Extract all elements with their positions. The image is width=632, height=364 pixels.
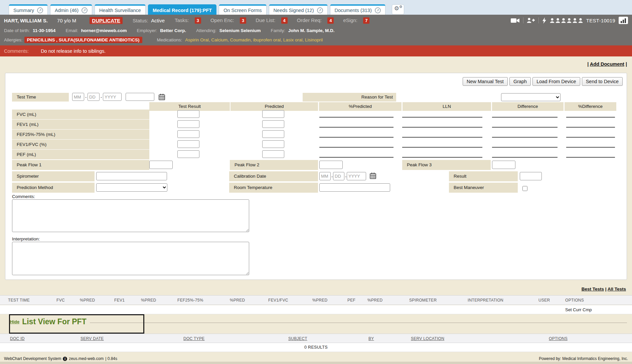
comments-label: Comments: bbox=[4, 48, 29, 54]
popout-icon[interactable]: ↗ bbox=[82, 7, 88, 13]
fev1-fvc-test-result-input[interactable] bbox=[177, 140, 199, 148]
peak-flow-2-input[interactable] bbox=[319, 161, 343, 169]
col-pred-3: %PRED bbox=[230, 296, 245, 305]
col-serv-location[interactable]: SERV LOCATION bbox=[411, 334, 444, 343]
col-by[interactable]: BY bbox=[368, 334, 374, 343]
list-view-title: List View For PFT bbox=[22, 317, 87, 326]
popout-icon[interactable]: ↗ bbox=[37, 7, 43, 13]
pipe: | bbox=[626, 61, 627, 67]
col-doc-type[interactable]: DOC TYPE bbox=[183, 334, 205, 343]
email-label: Email: bbox=[65, 28, 78, 33]
peak-flow-3-input[interactable] bbox=[492, 161, 515, 169]
settings-gear-button[interactable]: ⚙ ⚙ bbox=[392, 4, 404, 15]
open-enc-label: Open Enc: bbox=[210, 17, 234, 23]
calendar-icon[interactable] bbox=[369, 172, 376, 179]
new-manual-test-button[interactable]: New Manual Test bbox=[463, 77, 508, 86]
add-person-icon[interactable] bbox=[527, 18, 535, 23]
info-icon[interactable] bbox=[63, 357, 67, 361]
pct-predicted-line bbox=[319, 117, 393, 118]
room-temperature-input[interactable] bbox=[319, 183, 390, 192]
tab-on-screen-forms[interactable]: On Screen Forms bbox=[219, 4, 266, 15]
test-time-year-input[interactable] bbox=[103, 93, 122, 101]
add-document-link[interactable]: Add Document bbox=[590, 61, 624, 67]
tab-needs-signed[interactable]: Needs Signed (12) ↗ bbox=[269, 4, 328, 15]
lightning-icon[interactable] bbox=[542, 17, 546, 24]
col-doc-options[interactable]: OPTIONS bbox=[549, 334, 568, 343]
result-input[interactable] bbox=[520, 172, 542, 180]
hide-list-view-link[interactable]: Hide bbox=[10, 319, 19, 324]
all-tests-link[interactable]: All Tests bbox=[608, 287, 626, 292]
col-spirometer: SPIROMETER bbox=[409, 296, 437, 305]
col-pred-4: %PRED bbox=[312, 296, 328, 305]
tasks-label: Tasks: bbox=[175, 17, 189, 23]
fev1-test-result-input[interactable] bbox=[177, 120, 199, 128]
fev1-fvc-predicted-input[interactable] bbox=[262, 140, 284, 148]
send-to-device-button[interactable]: Send to Device bbox=[582, 77, 623, 86]
col-fev1-fvc: FEV1/FVC bbox=[268, 296, 288, 305]
tab-summary[interactable]: Summary ↗ bbox=[9, 4, 48, 15]
load-from-device-button[interactable]: Load From Device bbox=[532, 77, 580, 86]
interpretation-textarea[interactable] bbox=[12, 242, 249, 275]
order-req-label: Order Req: bbox=[297, 17, 322, 23]
row-label: FEV1/FVC (%) bbox=[12, 140, 149, 149]
cmp-link[interactable]: Cmp bbox=[583, 307, 592, 312]
set-curr-link[interactable]: Set Curr bbox=[565, 307, 581, 312]
allergies-value[interactable]: PENICILLINS , SULFA(SULFONAMIDE ANTIBIOT… bbox=[24, 37, 142, 43]
fef-predicted-input[interactable] bbox=[262, 130, 284, 138]
fef-test-result-input[interactable] bbox=[177, 130, 199, 138]
tab-health-surveillance[interactable]: Health Surveillance bbox=[95, 4, 146, 15]
due-list-count-badge[interactable]: 4 bbox=[281, 17, 288, 24]
patient-group-icons[interactable] bbox=[550, 18, 583, 23]
pef-test-result-input[interactable] bbox=[177, 150, 199, 158]
calibration-day-input[interactable] bbox=[333, 172, 344, 180]
family-value: John M. Sample, M.D. bbox=[288, 28, 335, 33]
col-doc-id[interactable]: DOC ID bbox=[10, 334, 25, 343]
video-camera-icon[interactable] bbox=[511, 18, 520, 23]
fev1-predicted-input[interactable] bbox=[262, 120, 284, 128]
tab-documents[interactable]: Documents (313) ↗ bbox=[330, 4, 385, 15]
pef-predicted-input[interactable] bbox=[262, 150, 284, 158]
medications-value[interactable]: Aspirin Oral, Calcium, Coumadin, ibuprof… bbox=[185, 37, 323, 42]
gear-icon: ⚙ bbox=[399, 5, 403, 9]
tab-admin[interactable]: Admin (46) ↗ bbox=[50, 4, 92, 15]
comments-value: Do not release info to siblings. bbox=[41, 48, 106, 54]
col-subject[interactable]: SUBJECT bbox=[288, 334, 307, 343]
bar-chart-icon[interactable] bbox=[619, 17, 628, 24]
fvc-test-result-input[interactable] bbox=[177, 110, 199, 118]
divider bbox=[538, 17, 539, 23]
prediction-method-select[interactable] bbox=[96, 183, 167, 192]
esign-count-badge[interactable]: 7 bbox=[363, 17, 369, 24]
patient-name: HART, WILLIAM S. bbox=[4, 18, 48, 23]
open-enc-count-badge[interactable]: 3 bbox=[240, 17, 246, 24]
esign-label: eSign: bbox=[343, 17, 357, 23]
test-time-time-input[interactable] bbox=[126, 93, 154, 101]
spirometer-input[interactable] bbox=[96, 172, 167, 180]
date-separator: - bbox=[345, 174, 346, 179]
best-tests-link[interactable]: Best Tests bbox=[582, 287, 604, 292]
fvc-predicted-input[interactable] bbox=[262, 110, 284, 118]
popout-icon[interactable]: ↗ bbox=[317, 7, 323, 13]
best-maneuver-checkbox[interactable] bbox=[522, 186, 527, 191]
graph-button[interactable]: Graph bbox=[509, 77, 531, 86]
col-pef: PEF bbox=[347, 296, 355, 305]
popout-icon[interactable]: ↗ bbox=[375, 7, 381, 13]
test-time-month-input[interactable] bbox=[72, 93, 84, 101]
tab-medical-record[interactable]: Medical Record (179):PFT bbox=[148, 4, 216, 15]
form-comments-textarea[interactable] bbox=[12, 199, 249, 232]
peak-flow-1-input[interactable] bbox=[149, 161, 173, 169]
calendar-icon[interactable] bbox=[158, 94, 165, 101]
pct-difference-line bbox=[566, 137, 615, 138]
test-time-day-input[interactable] bbox=[88, 93, 100, 101]
order-req-count-badge[interactable]: 4 bbox=[327, 17, 334, 24]
date-separator: - bbox=[85, 95, 87, 100]
pct-predicted-line bbox=[319, 127, 393, 128]
tasks-count-badge[interactable]: 3 bbox=[195, 17, 201, 24]
attending-value: Selenium Selenium bbox=[219, 28, 261, 33]
legend-line bbox=[90, 323, 627, 323]
calibration-month-input[interactable] bbox=[319, 172, 331, 180]
calibration-year-input[interactable] bbox=[347, 172, 366, 180]
duplicate-flag[interactable]: DUPLICATE bbox=[90, 17, 123, 24]
medications-label: Medications: bbox=[157, 37, 182, 42]
reason-for-test-select[interactable] bbox=[501, 93, 561, 101]
col-serv-date[interactable]: SERV DATE bbox=[81, 334, 104, 343]
